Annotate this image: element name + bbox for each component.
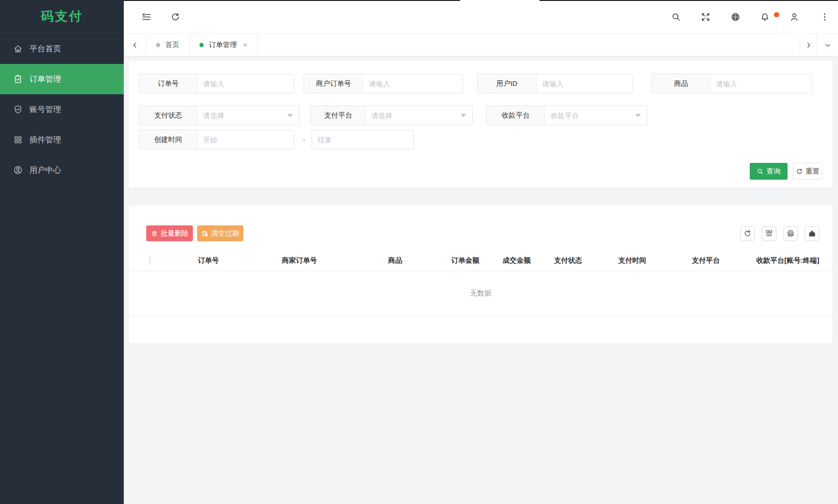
home-icon <box>13 44 23 54</box>
sidebar-item-label: 插件管理 <box>29 134 61 145</box>
clear-expired-button[interactable]: 清空过期 <box>197 225 243 241</box>
create-time-label: 创建时间 <box>139 130 198 149</box>
table-card: 批量删除 清空过期 <box>129 205 832 343</box>
refresh-icon[interactable] <box>170 12 180 22</box>
user-id-input[interactable] <box>542 80 627 88</box>
notification-bell-icon[interactable] <box>760 12 770 22</box>
top-loading-bar-left <box>124 0 460 1</box>
search-icon <box>757 168 764 175</box>
columns-icon <box>765 230 773 238</box>
order-no-input[interactable] <box>203 80 288 88</box>
filter-card: 订单号 商户订单号 用户ID 商品 支付状态 支付平台 <box>129 61 832 188</box>
more-vertical-icon[interactable] <box>820 12 830 22</box>
user-id-field: 用户ID <box>477 74 633 93</box>
sidebar-item-label: 用户中心 <box>29 165 61 175</box>
table-refresh-button[interactable] <box>740 226 755 241</box>
tab-order-management[interactable]: 订单管理 × <box>190 34 258 56</box>
sidebar-item-label: 平台首页 <box>29 43 61 54</box>
user-id-label: 用户ID <box>477 74 537 93</box>
table-header-row: 订单号 商家订单号 商品 订单金额 成交金额 支付状态 支付时间 支付平台 收款… <box>129 250 832 271</box>
sidebar-item-order-management[interactable]: 订单管理 <box>0 64 124 94</box>
product-label: 商品 <box>652 74 710 93</box>
tab-status-dot <box>199 43 204 47</box>
sidebar-item-label: 订单管理 <box>29 74 61 84</box>
tabs-menu-button[interactable] <box>817 34 838 56</box>
grid-icon <box>13 135 23 145</box>
language-globe-icon[interactable] <box>731 12 740 22</box>
export-button[interactable] <box>805 226 819 241</box>
pay-platform-select-input[interactable] <box>371 112 467 119</box>
tab-home[interactable]: 首页 <box>146 34 190 56</box>
sidebar-item-platform-home[interactable]: 平台首页 <box>0 34 124 64</box>
chevron-down-icon <box>824 42 831 49</box>
receive-platform-select[interactable] <box>545 106 647 125</box>
content-area: 订单号 商户订单号 用户ID 商品 支付状态 支付平台 <box>124 56 838 504</box>
topbar <box>124 0 838 34</box>
receive-platform-field: 收款平台 <box>486 105 647 125</box>
create-time-field: 创建时间 <box>139 130 294 149</box>
product-field: 商品 <box>652 74 812 93</box>
pay-status-select-input[interactable] <box>203 112 293 119</box>
app-logo: 码支付 <box>0 0 124 34</box>
order-no-field: 订单号 <box>139 74 294 93</box>
search-button[interactable]: 查询 <box>750 163 788 180</box>
tab-label: 订单管理 <box>209 41 237 49</box>
trash-icon <box>151 230 158 237</box>
tabs-scroll-right-button[interactable] <box>800 34 817 56</box>
sidebar-item-user-center[interactable]: 用户中心 <box>0 155 124 185</box>
merchant-order-no-input[interactable] <box>369 80 457 88</box>
tab-bar: 首页 订单管理 × <box>124 34 838 56</box>
table-empty-state: 无数据 <box>129 271 832 316</box>
sidebar-item-plugin-management[interactable]: 插件管理 <box>0 125 124 155</box>
create-time-start-input[interactable] <box>203 136 288 144</box>
column-settings-button[interactable] <box>762 226 776 241</box>
select-all-cell <box>129 257 171 265</box>
column-header: 支付平台 <box>668 256 743 265</box>
tabs-scroll-left-button[interactable] <box>124 34 146 56</box>
select-all-checkbox[interactable] <box>149 256 150 265</box>
pay-platform-field: 支付平台 <box>311 105 473 125</box>
reset-button[interactable]: 重置 <box>793 163 823 180</box>
clear-expired-label: 清空过期 <box>211 229 239 238</box>
pay-platform-label: 支付平台 <box>311 106 366 125</box>
collapse-menu-icon[interactable] <box>142 12 151 22</box>
user-circle-icon <box>13 165 23 175</box>
chevron-right-icon <box>805 42 812 49</box>
create-time-end-input[interactable] <box>318 136 408 144</box>
print-button[interactable] <box>783 226 798 241</box>
chevron-left-icon <box>131 42 139 49</box>
close-icon[interactable]: × <box>243 41 248 49</box>
export-icon <box>808 230 816 238</box>
user-icon[interactable] <box>789 12 799 22</box>
reset-button-label: 重置 <box>806 167 820 176</box>
calendar-clock-icon <box>201 230 208 237</box>
column-header: 订单号 <box>171 256 246 265</box>
search-icon[interactable] <box>671 12 681 22</box>
sidebar-item-account-management[interactable]: 账号管理 <box>0 94 124 125</box>
sidebar-nav: 平台首页 订单管理 账号管理 <box>0 34 124 185</box>
merchant-order-no-label: 商户订单号 <box>304 74 363 93</box>
pay-platform-select[interactable] <box>366 106 472 125</box>
tab-status-dot <box>156 43 160 47</box>
search-button-label: 查询 <box>767 167 781 176</box>
fullscreen-icon[interactable] <box>701 12 710 22</box>
clipboard-check-icon <box>13 74 23 84</box>
printer-icon <box>787 230 795 238</box>
pay-status-label: 支付状态 <box>139 106 198 125</box>
create-time-end-field <box>312 130 414 149</box>
column-header: 订单金额 <box>437 256 493 265</box>
top-loading-bar-right <box>540 0 838 1</box>
pay-status-select[interactable] <box>198 106 299 125</box>
merchant-order-no-field: 商户订单号 <box>304 74 463 93</box>
column-header: 商家订单号 <box>246 256 353 265</box>
refresh-icon <box>744 230 752 238</box>
receive-platform-select-input[interactable] <box>551 112 641 119</box>
notification-dot <box>774 12 779 17</box>
date-range-separator: - <box>297 130 311 149</box>
column-header: 收款平台[账号:终端] <box>743 256 832 265</box>
batch-delete-button[interactable]: 批量删除 <box>146 225 193 241</box>
column-header: 成交金额 <box>493 256 540 265</box>
column-header: 商品 <box>353 256 437 265</box>
receive-platform-label: 收款平台 <box>487 106 545 125</box>
product-input[interactable] <box>716 80 806 88</box>
